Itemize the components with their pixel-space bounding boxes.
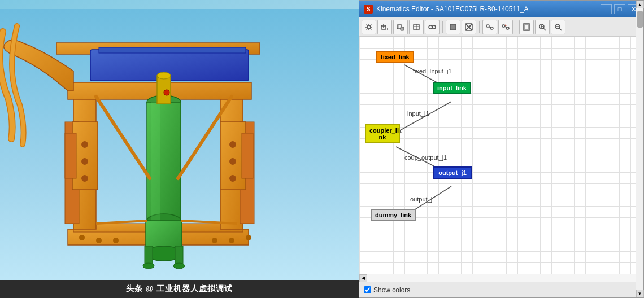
unlink-button[interactable] <box>498 20 513 34</box>
svg-point-38 <box>229 175 236 182</box>
svg-point-33 <box>81 175 88 182</box>
svg-text:+: + <box>386 27 389 31</box>
zoom-in-button[interactable] <box>535 20 550 34</box>
delete2-icon <box>465 23 473 31</box>
svg-rect-59 <box>450 24 456 30</box>
joint-icon <box>428 23 436 31</box>
node-dummy-link[interactable]: dummy_link <box>371 209 416 221</box>
svg-point-36 <box>229 141 236 148</box>
edge-label-input-j1: input_j1 <box>407 110 429 117</box>
horizontal-scrollbar[interactable]: ◀ ▶ <box>359 274 643 282</box>
svg-point-32 <box>81 158 88 165</box>
svg-rect-30 <box>65 133 76 178</box>
node-coupler-link[interactable]: coupler_link <box>365 124 400 143</box>
joint-button[interactable] <box>425 20 440 34</box>
svg-point-40 <box>96 238 102 243</box>
zoom-out-icon <box>554 23 562 31</box>
scroll-left-button[interactable]: ◀ <box>359 274 367 282</box>
graph-canvas[interactable]: fixed_link input_link coupler_link outpu… <box>359 37 643 274</box>
settings-icon <box>365 23 373 31</box>
unlink-icon <box>502 23 510 31</box>
separator-3 <box>516 21 516 33</box>
svg-point-44 <box>246 235 251 240</box>
svg-point-45 <box>367 25 371 29</box>
svg-point-21 <box>173 263 185 269</box>
svg-point-57 <box>432 25 436 29</box>
svg-point-56 <box>429 25 432 29</box>
node-fixed-link[interactable]: fixed_link <box>376 51 414 63</box>
toolbar: + <box>359 17 643 37</box>
add2-icon <box>397 23 404 31</box>
tool3-icon <box>412 23 420 31</box>
svg-line-80 <box>543 28 546 30</box>
separator-1 <box>442 21 443 33</box>
title-bar-left: S Kinematics Editor - SA101EC075LR-B0-14… <box>364 5 528 14</box>
viewport-panel[interactable]: 头条 @ 工业机器人虚拟调试 <box>0 0 359 298</box>
edge-label-output-j1: output_j1 <box>410 196 436 203</box>
svg-rect-72 <box>524 25 529 29</box>
graph-edges-svg <box>359 37 643 274</box>
status-bar: Show colors <box>359 282 643 297</box>
node-output-link[interactable]: output_j1 <box>433 166 472 179</box>
maximize-button[interactable]: □ <box>614 4 625 14</box>
fit-button[interactable] <box>519 20 534 34</box>
kinematics-editor-window: S Kinematics Editor - SA101EC075LR-B0-14… <box>359 0 644 298</box>
vertical-scrollbar[interactable]: ▲ ▼ <box>636 37 643 274</box>
svg-point-43 <box>229 238 234 243</box>
svg-point-41 <box>113 238 119 243</box>
svg-line-83 <box>559 28 562 30</box>
scroll-track-horizontal[interactable] <box>367 274 636 282</box>
svg-line-85 <box>396 102 451 133</box>
edge-label-coup-output: coup_output_j1 <box>404 154 447 161</box>
edge-label-fixed-input: fixed_Input_j1 <box>413 68 452 74</box>
settings-button[interactable] <box>362 20 376 34</box>
svg-rect-26 <box>157 76 171 104</box>
show-colors-checkbox[interactable] <box>364 286 371 293</box>
svg-rect-14 <box>151 102 160 221</box>
delete-icon <box>449 23 457 31</box>
svg-rect-35 <box>242 133 253 178</box>
show-colors-text: Show colors <box>373 286 410 294</box>
link-icon <box>486 23 494 31</box>
svg-point-31 <box>81 141 88 148</box>
svg-point-39 <box>79 235 85 240</box>
show-colors-label[interactable]: Show colors <box>364 286 410 294</box>
svg-point-27 <box>157 72 171 79</box>
link-button[interactable] <box>482 20 497 34</box>
svg-rect-10 <box>99 47 246 53</box>
title-bar: S Kinematics Editor - SA101EC075LR-B0-14… <box>359 1 643 17</box>
svg-line-69 <box>506 27 507 28</box>
fit-icon <box>523 23 530 31</box>
separator-2 <box>479 21 480 33</box>
node-input-link[interactable]: input_link <box>433 82 471 94</box>
zoom-in-icon <box>538 23 546 31</box>
minimize-button[interactable]: — <box>601 4 612 14</box>
svg-point-28 <box>164 90 169 95</box>
add-icon: + <box>381 23 389 31</box>
zoom-out-button[interactable] <box>551 20 565 34</box>
delete-button[interactable] <box>446 20 460 34</box>
3d-scene <box>0 0 359 298</box>
watermark-bar: 头条 @ 工业机器人虚拟调试 <box>0 280 359 298</box>
window-title: Kinematics Editor - SA101EC075LR-B0-1405… <box>376 5 528 13</box>
add-node2-button[interactable] <box>393 20 408 34</box>
tool3-button[interactable] <box>409 20 424 34</box>
watermark-text: 头条 @ 工业机器人虚拟调试 <box>126 284 233 294</box>
delete2-button[interactable] <box>462 20 476 34</box>
svg-rect-52 <box>401 27 404 30</box>
svg-point-42 <box>212 238 217 243</box>
svg-point-37 <box>229 158 236 165</box>
add-node-button[interactable]: + <box>377 20 392 34</box>
svg-point-20 <box>143 263 154 269</box>
app-icon: S <box>364 5 373 14</box>
title-bar-controls: — □ ✕ <box>601 4 639 14</box>
